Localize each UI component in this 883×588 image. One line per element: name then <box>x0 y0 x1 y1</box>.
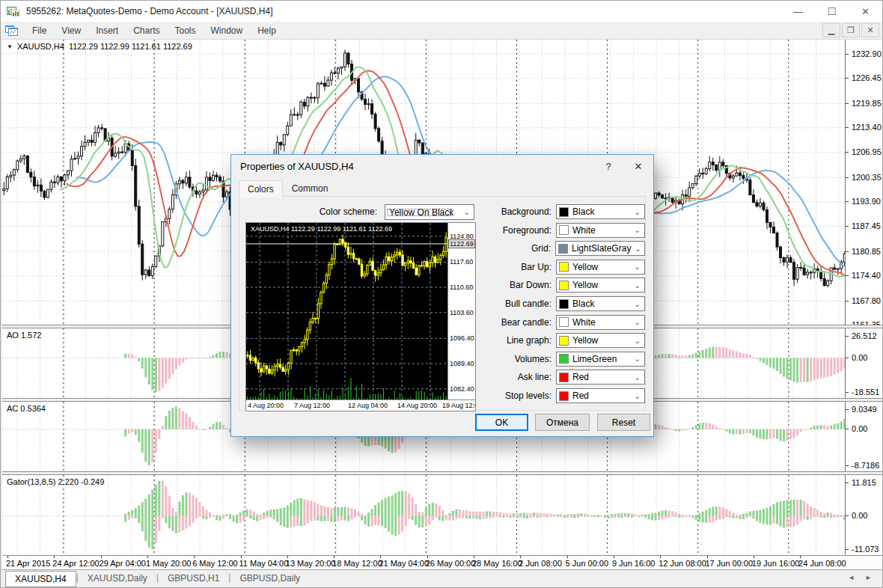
window-maximize-button[interactable]: ☐ <box>815 1 849 22</box>
color-name: Yellow <box>572 262 598 272</box>
color-field-label: Line graph: <box>470 335 552 346</box>
color-field-row: Ask line:Red⌄ <box>470 370 645 385</box>
indicator-axis-label: 0.00 <box>846 511 867 520</box>
indicator-axis-label: -8.7186 <box>846 461 879 470</box>
color-name: Black <box>572 206 594 217</box>
time-axis-label: 13 May 20:00 <box>286 559 336 568</box>
time-axis-label: 12 Jun 08:00 <box>659 559 706 568</box>
reset-button[interactable]: Reset <box>597 414 650 431</box>
color-field-dropdown-bull-candle-[interactable]: Black⌄ <box>556 296 645 311</box>
color-field-dropdown-bar-down-[interactable]: Yellow⌄ <box>556 278 645 293</box>
color-swatch <box>558 244 568 254</box>
color-name: White <box>572 317 596 328</box>
chart-minimize-button[interactable]: ▁ <box>822 23 840 37</box>
time-axis-label: 9 Jun 16:00 <box>612 559 656 568</box>
dialog-title-bar[interactable]: Properties of XAUUSD,H4 ? ✕ <box>231 155 653 177</box>
gator-chart-area[interactable]: Gator(13,8,5) 2.220 -0.249 <box>2 475 845 555</box>
time-axis-label: 21 May 04:00 <box>379 559 429 568</box>
tab-colors[interactable]: Colors <box>239 180 283 198</box>
color-swatch <box>559 225 569 235</box>
preview-time-axis: 4 Aug 20:007 Aug 12:0012 Aug 04:0014 Aug… <box>246 399 475 411</box>
color-field-dropdown-grid-[interactable]: LightSlateGray⌄ <box>555 241 645 256</box>
color-name: LimeGreen <box>572 354 617 364</box>
ao-indicator-label: AO 1.572 <box>7 331 41 340</box>
price-axis-label: 1180.85 <box>846 247 881 256</box>
color-field-dropdown-bear-candle-[interactable]: White⌄ <box>556 315 645 330</box>
price-axis-label: 1226.45 <box>846 73 882 82</box>
color-field-dropdown-stop-levels-[interactable]: Red⌄ <box>556 388 645 403</box>
menu-item-charts[interactable]: Charts <box>126 22 167 40</box>
menu-item-file[interactable]: File <box>25 22 54 40</box>
gator-indicator-pane: Gator(13,8,5) 2.220 -0.249 11.8150.00-11… <box>2 475 882 555</box>
color-field-dropdown-background-[interactable]: Black⌄ <box>556 204 645 219</box>
menu-item-window[interactable]: Window <box>204 22 251 40</box>
color-swatch <box>559 317 569 327</box>
chart-tab-xauusd-h4[interactable]: XAUUSD,H4 <box>5 571 76 587</box>
price-axis-label: 1232.90 <box>846 49 882 58</box>
time-axis-label: 11 May 04:00 <box>239 559 289 568</box>
color-field-dropdown-foreground-[interactable]: White⌄ <box>556 223 645 238</box>
chevron-down-icon: ⌄ <box>631 300 644 308</box>
color-field-dropdown-volumes-[interactable]: LimeGreen⌄ <box>556 352 645 367</box>
indicator-axis-label: 9.0349 <box>846 405 877 414</box>
chart-symbol-overlay: ▼ XAUUSD,H4 1122.29 1122.99 1121.61 1122… <box>7 42 192 51</box>
dialog-close-button[interactable]: ✕ <box>623 155 653 177</box>
time-axis[interactable]: 21 Apr 201524 Apr 12:0029 Apr 04:001 May… <box>2 555 882 571</box>
color-field-dropdown-bar-up-[interactable]: Yellow⌄ <box>556 260 645 275</box>
window-close-button[interactable]: ✕ <box>849 1 882 22</box>
ok-button[interactable]: OK <box>475 414 528 431</box>
color-field-label: Bull candle: <box>470 298 552 309</box>
time-axis-label: 2 Jun 08:00 <box>519 559 562 568</box>
color-scheme-dropdown[interactable]: Yellow On Black ⌄ <box>385 204 474 220</box>
color-field-row: Background:Black⌄ <box>470 204 645 219</box>
color-field-label: Background: <box>470 206 552 217</box>
price-axis-label: 1213.40 <box>846 123 882 132</box>
gator-indicator-label: Gator(13,8,5) 2.220 -0.249 <box>7 477 104 486</box>
menu-bar: FileViewInsertChartsToolsWindowHelp ▁ ❐ … <box>1 22 882 40</box>
time-axis-label: 19 Jun 16:00 <box>752 559 800 568</box>
chart-symbol-label: XAUUSD,H4 <box>17 42 64 51</box>
menu-item-help[interactable]: Help <box>250 22 284 40</box>
color-field-label: Grid: <box>470 243 551 254</box>
chart-tab-gbpusd-h1[interactable]: GBPUSD,H1 <box>159 571 228 586</box>
chart-tab-gbpusd-daily[interactable]: GBPUSD,Daily <box>230 571 309 586</box>
gator-axis[interactable]: 11.8150.00-11.073 <box>845 475 882 555</box>
ac-axis[interactable]: 9.03490.00-8.7186 <box>845 402 882 471</box>
color-field-row: Stop levels:Red⌄ <box>470 388 645 403</box>
color-field-dropdown-line-graph-[interactable]: Yellow⌄ <box>556 333 645 348</box>
color-field-row: Grid:LightSlateGray⌄ <box>470 241 645 256</box>
color-field-label: Bar Down: <box>470 280 552 290</box>
time-axis-label: 18 May 12:00 <box>332 559 382 568</box>
tab-scroll-right-icon[interactable]: ► <box>865 574 872 581</box>
window-title: 5955262: MetaQuotes-Demo - Demo Account … <box>26 6 272 16</box>
color-name: Yellow <box>572 335 598 346</box>
menu-item-view[interactable]: View <box>54 22 88 40</box>
chart-close-button[interactable]: ✕ <box>861 23 879 37</box>
indicator-axis-label: 0.00 <box>846 353 867 362</box>
chevron-down-icon: ▼ <box>7 43 13 50</box>
window-minimize-button[interactable]: — <box>781 1 815 22</box>
price-axis-label: 1187.45 <box>846 221 881 230</box>
indicator-axis-label: 11.815 <box>846 478 876 487</box>
color-field-row: Volumes:LimeGreen⌄ <box>470 352 645 367</box>
chart-restore-button[interactable]: ❐ <box>842 23 860 37</box>
cancel-button[interactable]: Отмена <box>535 414 590 431</box>
chart-tab-xauusd-daily[interactable]: XAUUSD,Daily <box>79 571 156 586</box>
tab-common[interactable]: Common <box>283 180 337 197</box>
color-field-label: Volumes: <box>470 354 552 364</box>
chart-tab-bar: XAUUSD,H4|XAUUSD,Daily|GBPUSD,H1|GBPUSD,… <box>2 569 882 587</box>
preview-chart-canvas <box>246 223 447 399</box>
color-field-dropdown-ask-line-[interactable]: Red⌄ <box>556 370 645 385</box>
indicator-axis-label: -11.073 <box>846 545 879 554</box>
chevron-down-icon: ⌄ <box>631 373 644 382</box>
menu-item-tools[interactable]: Tools <box>168 22 204 40</box>
preview-time-label: 14 Aug 20:00 <box>397 402 437 409</box>
dialog-help-button[interactable]: ? <box>593 155 623 177</box>
main-price-axis[interactable]: 1232.901226.451219.851213.401206.951200.… <box>845 40 882 325</box>
ao-axis[interactable]: 26.5120.00-18.551 <box>845 328 882 398</box>
application-window: 5955262: MetaQuotes-Demo - Demo Account … <box>0 0 883 588</box>
menu-item-insert[interactable]: Insert <box>88 22 126 40</box>
tab-scroll-left-icon[interactable]: ◄ <box>848 574 855 581</box>
color-swatch <box>559 262 569 272</box>
gator-chart-canvas[interactable] <box>2 475 845 555</box>
